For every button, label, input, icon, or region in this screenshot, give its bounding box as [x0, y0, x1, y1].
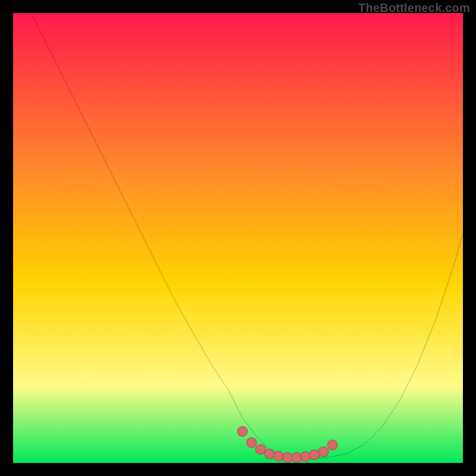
trough-marker	[246, 438, 256, 448]
trough-marker	[283, 453, 293, 463]
trough-marker	[327, 440, 337, 450]
trough-marker	[309, 450, 320, 460]
trough-marker	[255, 444, 265, 455]
watermark-label: TheBottleneck.com	[358, 1, 470, 15]
trough-marker	[265, 449, 275, 459]
gradient-background	[13, 13, 463, 463]
trough-marker	[274, 451, 284, 461]
trough-marker	[318, 447, 328, 457]
bottleneck-chart	[13, 13, 463, 463]
trough-marker	[237, 427, 248, 437]
chart-frame: TheBottleneck.com	[0, 0, 476, 476]
trough-marker	[292, 453, 302, 463]
trough-marker	[300, 452, 311, 462]
